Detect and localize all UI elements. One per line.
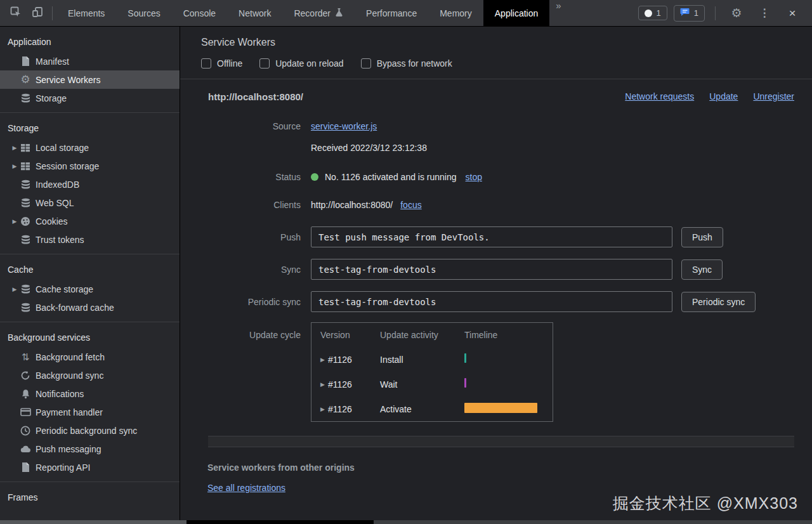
bypass-for-network-checkbox[interactable] — [361, 58, 371, 69]
see-all-registrations-link[interactable]: See all registrations — [207, 483, 285, 493]
table-row[interactable]: ▶#1126 Install — [311, 347, 553, 372]
device-toolbar-icon — [31, 6, 44, 21]
sidebar-item-cache-storage[interactable]: ▶ Cache storage — [0, 280, 180, 298]
sidebar-item-storage[interactable]: Storage — [0, 89, 180, 107]
timeline-bar — [464, 378, 466, 388]
sync-arrows-icon — [19, 369, 32, 382]
push-message-input[interactable] — [311, 226, 672, 247]
clock-icon — [19, 424, 32, 437]
tab-recorder[interactable]: Recorder — [282, 0, 355, 27]
network-requests-link[interactable]: Network requests — [625, 91, 694, 102]
cookie-icon — [19, 215, 32, 228]
push-label: Push — [208, 232, 301, 242]
sidebar-item-label: Payment handler — [36, 407, 103, 417]
sidebar-item-label: Storage — [36, 93, 67, 103]
offline-checkbox[interactable] — [201, 58, 211, 69]
sidebar-item-label: Service Workers — [36, 75, 100, 85]
tab-memory[interactable]: Memory — [428, 0, 483, 27]
page-title: Service Workers — [201, 37, 812, 48]
tab-sources[interactable]: Sources — [116, 0, 171, 27]
version-cell: #1126 — [328, 379, 352, 390]
sidebar-item-payment-handler[interactable]: Payment handler — [0, 403, 180, 421]
unregister-link[interactable]: Unregister — [753, 91, 794, 102]
status-green-dot — [311, 173, 318, 181]
sync-button[interactable]: Sync — [681, 259, 723, 280]
sidebar-item-trust-tokens[interactable]: Trust tokens — [0, 230, 180, 249]
sidebar-item-periodic-background-sync[interactable]: Periodic background sync — [0, 421, 180, 440]
sidebar-item-manifest[interactable]: Manifest — [0, 52, 180, 70]
sidebar-section-background-services: Background services ⇅ Background fetch B… — [0, 322, 180, 482]
inspect-element-button[interactable] — [5, 4, 27, 23]
issues-count-badge[interactable]: 1 — [674, 5, 705, 22]
devtools-toolbar: Elements Sources Console Network Recorde… — [0, 0, 812, 27]
table-row[interactable]: ▶#1126 Wait — [311, 372, 553, 396]
sidebar-item-local-storage[interactable]: ▶ Local storage — [0, 138, 180, 157]
expand-triangle-icon[interactable]: ▶ — [320, 381, 325, 388]
push-button[interactable]: Push — [681, 227, 723, 247]
more-tabs-button[interactable]: » — [549, 0, 566, 27]
clients-row: Clients http://localhost:8080/ focus — [208, 200, 794, 210]
tab-console[interactable]: Console — [172, 0, 227, 27]
section-title-frames: Frames — [0, 487, 180, 508]
tab-elements[interactable]: Elements — [56, 0, 116, 27]
source-row: Source service-worker.js — [208, 121, 794, 131]
update-cycle-table-header: Version Update activity Timeline — [311, 323, 553, 347]
periodic-sync-label: Periodic sync — [208, 297, 301, 307]
expand-triangle-icon[interactable]: ▶ — [10, 163, 19, 169]
expand-triangle-icon[interactable]: ▶ — [10, 286, 19, 292]
sidebar-item-label: Back-forward cache — [36, 303, 114, 313]
tab-application[interactable]: Application — [483, 0, 550, 27]
activity-cell: Install — [380, 355, 464, 365]
section-title-storage: Storage — [0, 118, 180, 138]
device-toolbar-toggle[interactable] — [27, 4, 48, 23]
table-row[interactable]: ▶#1126 Activate — [311, 396, 553, 421]
sidebar-item-background-sync[interactable]: Background sync — [0, 366, 180, 384]
periodic-sync-tag-input[interactable] — [311, 291, 672, 312]
worker-details-section: http://localhost:8080/ Network requests … — [180, 79, 812, 447]
sync-tag-input[interactable] — [311, 259, 672, 280]
sidebar-item-service-workers[interactable]: ⚙ Service Workers — [0, 70, 180, 89]
settings-gear-button[interactable]: ⚙ — [726, 4, 747, 23]
sidebar-item-background-fetch[interactable]: ⇅ Background fetch — [0, 348, 180, 366]
update-on-reload-option: Update on reload — [259, 58, 343, 69]
update-on-reload-checkbox[interactable] — [259, 58, 270, 69]
tab-network[interactable]: Network — [227, 0, 282, 27]
sidebar-item-label: Periodic background sync — [36, 426, 137, 436]
sidebar-item-session-storage[interactable]: ▶ Session storage — [0, 157, 180, 175]
panel-header: Service Workers Offline Update on reload… — [180, 27, 812, 79]
status-text: No. 1126 activated and is running — [325, 172, 457, 182]
sidebar-item-back-forward-cache[interactable]: Back-forward cache — [0, 298, 180, 317]
periodic-sync-button[interactable]: Periodic sync — [681, 292, 756, 312]
sidebar-item-indexeddb[interactable]: IndexedDB — [0, 175, 180, 193]
source-file-link[interactable]: service-worker.js — [311, 121, 377, 131]
sidebar-item-web-sql[interactable]: Web SQL — [0, 193, 180, 212]
gear-icon: ⚙ — [19, 74, 32, 86]
sidebar-item-reporting-api[interactable]: Reporting API — [0, 458, 180, 476]
table-icon — [19, 160, 32, 173]
error-count-badge[interactable]: 1 — [638, 6, 667, 20]
other-origins-title: Service workers from other origins — [207, 462, 794, 473]
focus-link[interactable]: focus — [400, 200, 421, 210]
expand-triangle-icon[interactable]: ▶ — [10, 145, 19, 151]
expand-triangle-icon[interactable]: ▶ — [10, 218, 19, 225]
table-icon — [19, 141, 32, 154]
worker-origin-row: http://localhost:8080/ Network requests … — [208, 88, 794, 105]
worker-actions: Network requests Update Unregister — [625, 91, 794, 102]
activity-cell: Wait — [380, 379, 464, 390]
sidebar-item-label: Manifest — [36, 56, 69, 67]
worker-origin: http://localhost:8080/ — [208, 91, 303, 102]
stop-link[interactable]: stop — [466, 172, 482, 182]
expand-triangle-icon[interactable]: ▶ — [320, 357, 325, 363]
section-divider-strip — [208, 436, 794, 447]
expand-triangle-icon[interactable]: ▶ — [320, 406, 325, 412]
sidebar-section-cache: Cache ▶ Cache storage Back-forward cache — [0, 254, 180, 322]
sidebar-item-cookies[interactable]: ▶ Cookies — [0, 212, 180, 230]
close-devtools-button[interactable]: × — [782, 4, 803, 23]
kebab-menu-button[interactable]: ⋮ — [754, 4, 775, 23]
database-icon — [19, 233, 32, 246]
update-link[interactable]: Update — [709, 91, 738, 102]
sidebar-item-push-messaging[interactable]: Push messaging — [0, 440, 180, 458]
sidebar-item-notifications[interactable]: Notifications — [0, 384, 180, 403]
tab-performance[interactable]: Performance — [355, 0, 428, 27]
sidebar-item-label: Web SQL — [36, 198, 74, 208]
